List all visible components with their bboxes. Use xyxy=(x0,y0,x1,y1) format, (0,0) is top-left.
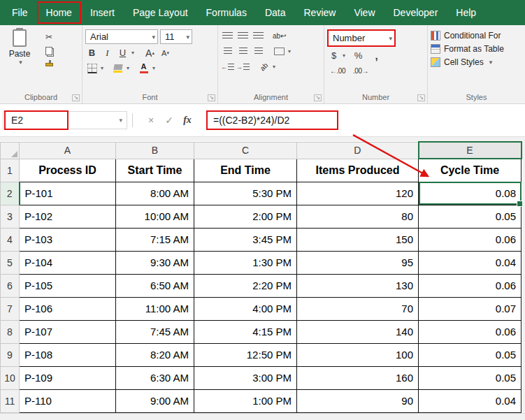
cell-D4[interactable]: 150 xyxy=(297,228,419,251)
comma-style-button[interactable]: , xyxy=(370,49,383,62)
cell-A9[interactable]: P-108 xyxy=(20,343,116,366)
fill-color-chevron-icon[interactable]: ▾ xyxy=(127,65,129,71)
merge-center-button[interactable] xyxy=(273,45,286,58)
font-color-button[interactable]: A xyxy=(137,61,150,75)
cell-E2[interactable]: 0.08 xyxy=(419,182,522,205)
column-header-B[interactable]: B xyxy=(116,142,194,159)
select-all-corner[interactable] xyxy=(1,142,20,159)
cell-C6[interactable]: 2:20 PM xyxy=(194,274,297,297)
tab-developer[interactable]: Developer xyxy=(384,0,447,25)
cell-E8[interactable]: 0.06 xyxy=(419,320,522,343)
column-header-A[interactable]: A xyxy=(20,142,116,159)
cell-A8[interactable]: P-107 xyxy=(20,320,116,343)
row-header-9[interactable]: 9 xyxy=(1,343,20,366)
align-center-button[interactable] xyxy=(236,45,250,58)
cell-E1[interactable]: Cycle Time xyxy=(419,159,522,182)
cell-C2[interactable]: 5:30 PM xyxy=(194,182,297,205)
row-header-11[interactable]: 11 xyxy=(1,389,20,412)
underline-options-chevron-icon[interactable]: ▾ xyxy=(131,50,134,56)
cell-styles-button[interactable]: Cell Styles ▾ xyxy=(431,57,522,67)
font-color-chevron-icon[interactable]: ▾ xyxy=(152,65,155,71)
wrap-text-button[interactable]: ab↩ xyxy=(273,29,287,43)
row-header-2[interactable]: 2 xyxy=(1,182,20,205)
cell-B9[interactable]: 8:20 AM xyxy=(116,343,194,366)
bold-button[interactable]: B xyxy=(85,46,99,59)
cell-D10[interactable]: 160 xyxy=(297,366,419,389)
name-box[interactable]: E2 ▾ xyxy=(3,111,127,129)
cancel-button[interactable]: × xyxy=(142,112,160,129)
row-header-6[interactable]: 6 xyxy=(1,274,20,297)
cell-C3[interactable]: 2:00 PM xyxy=(194,205,297,228)
cell-B7[interactable]: 11:00 AM xyxy=(116,297,194,320)
cell-E9[interactable]: 0.05 xyxy=(419,343,522,366)
cell-C4[interactable]: 3:45 PM xyxy=(194,228,297,251)
merge-center-chevron-icon[interactable]: ▾ xyxy=(288,48,291,55)
number-dialog-launcher-icon[interactable]: ↘ xyxy=(417,94,425,101)
cell-B2[interactable]: 8:00 AM xyxy=(116,182,194,205)
cell-A1[interactable]: Process ID xyxy=(20,159,116,182)
cell-B3[interactable]: 10:00 AM xyxy=(116,205,194,228)
chevron-down-icon[interactable]: ▾ xyxy=(119,117,127,124)
orientation-button[interactable]: ab xyxy=(257,60,271,73)
tab-formulas[interactable]: Formulas xyxy=(197,0,256,25)
row-header-7[interactable]: 7 xyxy=(1,297,20,320)
cell-B1[interactable]: Start Time xyxy=(116,159,194,182)
copy-button[interactable] xyxy=(42,45,56,56)
increase-indent-button[interactable]: → xyxy=(236,60,250,73)
cut-button[interactable]: ✂ xyxy=(42,31,56,42)
accounting-format-button[interactable]: $ xyxy=(327,49,340,62)
row-header-10[interactable]: 10 xyxy=(1,366,20,389)
formula-input[interactable]: =((C2-B2)*24)/D2 xyxy=(196,110,522,130)
horizontal-scrollbar[interactable] xyxy=(0,413,525,420)
cell-A7[interactable]: P-106 xyxy=(20,297,116,320)
cell-E11[interactable]: 0.04 xyxy=(419,389,522,412)
cell-E5[interactable]: 0.04 xyxy=(419,251,522,274)
align-bottom-button[interactable] xyxy=(252,29,265,43)
cell-B10[interactable]: 6:30 AM xyxy=(116,366,194,389)
row-header-8[interactable]: 8 xyxy=(1,320,20,343)
increase-decimal-button[interactable]: ←.00 xyxy=(327,64,348,78)
cell-D2[interactable]: 120 xyxy=(297,182,419,205)
cell-A6[interactable]: P-105 xyxy=(20,274,116,297)
cell-D8[interactable]: 140 xyxy=(297,320,419,343)
row-header-4[interactable]: 4 xyxy=(1,228,20,251)
tab-file[interactable]: File xyxy=(3,0,37,25)
cell-D3[interactable]: 80 xyxy=(297,205,419,228)
tab-page-layout[interactable]: Page Layout xyxy=(124,0,197,25)
cell-C10[interactable]: 3:00 PM xyxy=(194,366,297,389)
cell-A10[interactable]: P-109 xyxy=(20,366,116,389)
cell-E6[interactable]: 0.06 xyxy=(419,274,522,297)
decrease-font-size-button[interactable]: A▾ xyxy=(159,46,172,59)
cell-A3[interactable]: P-102 xyxy=(20,205,116,228)
underline-button[interactable]: U xyxy=(116,46,129,59)
cell-D11[interactable]: 90 xyxy=(297,389,419,412)
cell-D9[interactable]: 100 xyxy=(297,343,419,366)
italic-button[interactable]: I xyxy=(101,46,114,59)
font-size-select[interactable]: 11 ▾ xyxy=(160,29,192,44)
enter-button[interactable]: ✓ xyxy=(160,112,178,129)
cell-B6[interactable]: 6:50 AM xyxy=(116,274,194,297)
cell-E10[interactable]: 0.05 xyxy=(419,366,522,389)
cell-C9[interactable]: 12:50 PM xyxy=(194,343,297,366)
cell-C8[interactable]: 4:15 PM xyxy=(194,320,297,343)
cell-B11[interactable]: 9:00 AM xyxy=(116,389,194,412)
cell-C1[interactable]: End Time xyxy=(194,159,297,182)
borders-button[interactable] xyxy=(85,61,99,75)
font-dialog-launcher-icon[interactable]: ↘ xyxy=(208,94,215,101)
tab-review[interactable]: Review xyxy=(295,0,345,25)
number-format-select[interactable]: Number ▾ xyxy=(327,29,396,47)
cell-D1[interactable]: Items Produced xyxy=(297,159,419,182)
cell-A5[interactable]: P-104 xyxy=(20,251,116,274)
cell-C7[interactable]: 4:00 PM xyxy=(194,297,297,320)
decrease-decimal-button[interactable]: .00→ xyxy=(350,64,371,78)
fill-color-button[interactable] xyxy=(111,61,124,75)
increase-font-size-button[interactable]: A▴ xyxy=(143,46,157,59)
cell-E7[interactable]: 0.07 xyxy=(419,297,522,320)
percent-style-button[interactable]: % xyxy=(352,49,365,62)
cell-A11[interactable]: P-110 xyxy=(20,389,116,412)
cell-E3[interactable]: 0.05 xyxy=(419,205,522,228)
row-header-3[interactable]: 3 xyxy=(1,205,20,228)
tab-home[interactable]: Home xyxy=(37,1,81,24)
column-header-D[interactable]: D xyxy=(297,142,419,159)
orientation-chevron-icon[interactable]: ▾ xyxy=(273,64,275,70)
